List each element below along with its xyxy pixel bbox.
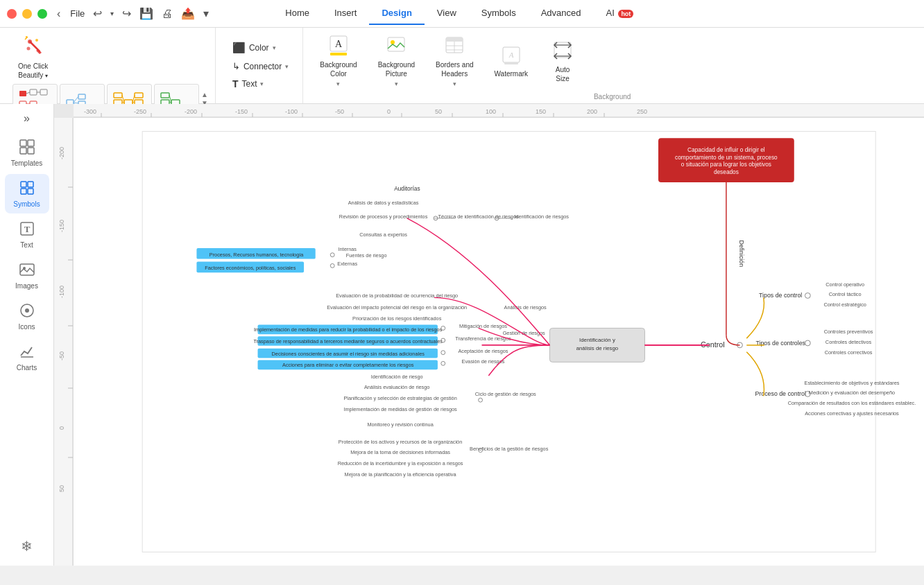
background-color-button[interactable]: A BackgroundColor ▾: [313, 32, 363, 90]
ai-badge: hot: [618, 10, 633, 18]
svg-text:Evaluación del impacto potenci: Evaluación del impacto potencial del rie…: [327, 304, 467, 311]
templates-icon: [19, 139, 35, 157]
svg-text:Análisis de riesgos: Análisis de riesgos: [504, 304, 547, 311]
ribbon: One ClickBeautify ▾: [0, 28, 924, 104]
svg-rect-63: [28, 148, 34, 154]
print-button[interactable]: 🖨: [159, 6, 176, 21]
sidebar-item-text[interactable]: T Text: [5, 215, 49, 254]
svg-rect-67: [28, 189, 33, 194]
one-click-beautify-button[interactable]: One ClickBeautify ▾: [12, 32, 53, 82]
svg-text:Procesos, Recursos humanos, te: Procesos, Recursos humanos, tecnología: [209, 252, 305, 258]
tab-ai[interactable]: AI hot: [593, 2, 646, 25]
undo-dropdown[interactable]: ▾: [108, 8, 117, 19]
sidebar-item-symbols[interactable]: Symbols: [5, 174, 49, 213]
svg-text:Factores económicos, políticas: Factores económicos, políticas, sociales: [205, 265, 296, 271]
svg-line-20: [74, 96, 78, 103]
template-scroll-up[interactable]: ▲: [201, 91, 208, 98]
svg-text:-50: -50: [335, 108, 344, 115]
charts-label: Charts: [17, 364, 37, 372]
svg-text:Fuentes de riesgo: Fuentes de riesgo: [346, 252, 387, 259]
tab-advanced[interactable]: Advanced: [529, 2, 594, 25]
svg-text:Control: Control: [701, 340, 725, 349]
background-picture-button[interactable]: BackgroundPicture ▾: [371, 32, 422, 90]
svg-rect-56: [504, 62, 518, 64]
canvas[interactable]: Capacidad de influir o dirigir el compor…: [74, 118, 924, 566]
svg-text:0: 0: [58, 426, 65, 430]
file-menu[interactable]: File: [70, 8, 85, 19]
auto-size-icon: [553, 40, 572, 63]
tab-insert[interactable]: Insert: [322, 2, 370, 25]
svg-text:análisis de riesgo: análisis de riesgo: [576, 345, 619, 351]
borders-headers-icon: [445, 35, 464, 58]
nav-tabs: Home Insert Design View Symbols Advanced…: [273, 2, 646, 25]
svg-line-6: [25, 38, 26, 40]
svg-rect-37: [161, 93, 169, 98]
ribbon-background-content: A BackgroundColor ▾ Background: [313, 32, 912, 90]
connector-dropdown-arrow: ▾: [285, 63, 289, 70]
tab-view[interactable]: View: [425, 2, 469, 25]
sidebar-item-images[interactable]: Images: [5, 256, 49, 295]
color-button[interactable]: ⬛ Color ▾: [228, 40, 293, 56]
text-icon: T: [19, 220, 35, 239]
svg-text:o situación para lograr los ob: o situación para lograr los objetivos: [681, 161, 771, 168]
tab-home[interactable]: Home: [273, 2, 322, 25]
more-button[interactable]: ▾: [200, 6, 212, 21]
color-label: Color: [249, 43, 269, 53]
ribbon-section-background: A BackgroundColor ▾ Background: [306, 28, 918, 103]
tab-design[interactable]: Design: [369, 2, 424, 25]
maximize-button[interactable]: [37, 9, 47, 19]
bg-picture-arrow: ▾: [395, 80, 398, 87]
borders-headers-button[interactable]: Borders andHeaders ▾: [429, 32, 480, 90]
svg-text:Planificación y selección de e: Planificación y selección de estrategias…: [343, 395, 456, 401]
background-color-icon: A: [329, 35, 348, 58]
text-format-icon: T: [232, 78, 239, 89]
text-format-button[interactable]: T Text ▾: [228, 76, 293, 91]
mindmap-svg: Capacidad de influir o dirigir el compor…: [74, 118, 924, 566]
svg-text:50: 50: [435, 108, 442, 115]
redo-button[interactable]: ↪: [119, 6, 134, 21]
svg-text:Decisiones conscientes de asum: Decisiones conscientes de asumir el ries…: [272, 351, 425, 357]
auto-size-button[interactable]: AutoSize: [542, 37, 583, 86]
color-dropdown-arrow: ▾: [273, 44, 276, 51]
svg-text:250: 250: [637, 108, 647, 115]
svg-point-2: [26, 47, 30, 51]
sidebar-toggle[interactable]: »: [0, 110, 53, 128]
svg-rect-50: [446, 37, 463, 42]
icons-icon: [19, 302, 35, 321]
svg-rect-24: [114, 93, 122, 98]
title-bar: ‹ File ↩ ▾ ↪ 💾 🖨 📤 ▾ Home Insert Design …: [0, 0, 924, 28]
svg-text:Control táctico: Control táctico: [829, 291, 862, 297]
svg-rect-57: [554, 42, 571, 58]
save-button[interactable]: 💾: [137, 6, 156, 21]
sidebar-item-misc[interactable]: ❄: [5, 532, 49, 560]
svg-text:Definición: Definición: [738, 240, 745, 267]
canvas-wrapper[interactable]: -300 -250 -200 -150 -100 -50 0 50 100 15…: [54, 104, 924, 566]
tab-symbols[interactable]: Symbols: [469, 2, 529, 25]
svg-text:comportamiento de un sistema, : comportamiento de un sistema, proceso: [675, 154, 778, 161]
close-button[interactable]: [7, 9, 17, 19]
share-button[interactable]: 📤: [178, 6, 198, 21]
connector-label: Connector: [243, 62, 282, 71]
svg-text:Ciclo de gestión de riesgos: Ciclo de gestión de riesgos: [475, 391, 536, 397]
connector-button[interactable]: ↳ Connector ▾: [228, 59, 293, 73]
svg-text:Implementación de medidas para: Implementación de medidas para reducir l…: [254, 326, 443, 333]
svg-rect-10: [40, 89, 47, 95]
text-format-label: Text: [241, 79, 257, 89]
svg-text:-300: -300: [84, 108, 96, 115]
sidebar-item-templates[interactable]: Templates: [5, 133, 49, 173]
borders-arrow: ▾: [453, 80, 456, 87]
minimize-button[interactable]: [22, 9, 32, 19]
svg-text:Análisis de datos y estadístic: Análisis de datos y estadísticas: [348, 200, 419, 206]
ruler-top: -300 -250 -200 -150 -100 -50 0 50 100 15…: [74, 104, 924, 118]
sidebar-item-charts[interactable]: Charts: [5, 338, 49, 377]
svg-rect-64: [21, 182, 26, 187]
watermark-button[interactable]: A Watermark: [488, 42, 536, 80]
svg-text:-150: -150: [235, 108, 248, 115]
main-area: » Templates Symbols: [0, 104, 924, 566]
svg-text:A: A: [508, 51, 513, 59]
svg-text:Identificación y: Identificación y: [579, 337, 615, 343]
sidebar-item-icons[interactable]: Icons: [5, 297, 49, 336]
back-button[interactable]: ‹: [53, 6, 65, 21]
undo-button[interactable]: ↩: [90, 6, 105, 21]
svg-text:Análisis evaluación de riesgo: Análisis evaluación de riesgo: [364, 385, 430, 391]
